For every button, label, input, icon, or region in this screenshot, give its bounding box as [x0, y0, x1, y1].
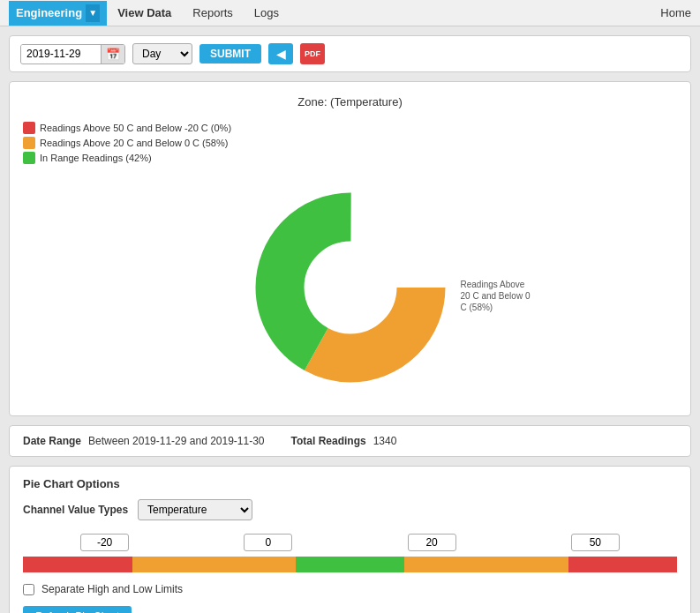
color-bar [23, 557, 677, 572]
legend-label-orange: Readings Above 20 C and Below 0 C (58%) [40, 138, 228, 148]
legend-item-red: Readings Above 50 C and Below -20 C (0%) [23, 122, 677, 134]
bar-orange-left [132, 557, 296, 572]
range-inputs [23, 534, 677, 551]
nav-home[interactable]: Home [660, 6, 691, 19]
nav-reports[interactable]: Reports [182, 3, 244, 23]
stats-panel: Date Range Between 2019-11-29 and 2019-1… [9, 425, 691, 457]
range-section [23, 534, 677, 572]
range-input-50[interactable] [571, 534, 620, 551]
separate-limits-checkbox[interactable] [23, 584, 34, 595]
donut-svg [245, 182, 456, 393]
bar-green-center [296, 557, 405, 572]
stat-date-range: Date Range Between 2019-11-29 and 2019-1… [23, 435, 265, 447]
legend-color-orange [23, 137, 35, 149]
channel-row: Channel Value Types Temperature Humidity… [23, 499, 677, 520]
channel-select[interactable]: Temperature Humidity Pressure [138, 499, 252, 520]
filter-bar: 📅 Day Week Month SUBMIT ◀ PDF [9, 35, 691, 72]
range-input-0[interactable] [244, 534, 292, 551]
refresh-pie-chart-button[interactable]: Refresh Pie Chart [23, 606, 132, 613]
chart-container: Readings Above 20 C and Below 0 C (58%) [23, 173, 677, 402]
total-readings-value: 1340 [373, 435, 397, 447]
chart-panel: Zone: (Temperature) Readings Above 50 C … [9, 81, 691, 416]
legend-item-green: In Range Readings (42%) [23, 152, 677, 164]
engineering-label: Engineering [16, 6, 82, 19]
nav-view-data[interactable]: View Data [107, 3, 182, 23]
date-input[interactable] [21, 45, 101, 63]
period-select[interactable]: Day Week Month [132, 43, 192, 64]
legend-label-green: In Range Readings (42%) [40, 153, 152, 163]
separate-limits-label: Separate High and Low Limits [41, 583, 183, 595]
date-range-value: Between 2019-11-29 and 2019-11-30 [88, 435, 265, 447]
main-content: 📅 Day Week Month SUBMIT ◀ PDF Zone: (Tem… [0, 26, 700, 613]
options-title: Pie Chart Options [23, 477, 677, 490]
channel-label: Channel Value Types [23, 504, 129, 516]
nav-logs[interactable]: Logs [244, 3, 290, 23]
options-panel: Pie Chart Options Channel Value Types Te… [9, 466, 691, 613]
bar-red-left [23, 557, 132, 572]
pdf-button[interactable]: PDF [300, 43, 325, 64]
nav-engineering[interactable]: Engineering ▼ [9, 1, 107, 26]
legend-label-red: Readings Above 50 C and Below -20 C (0%) [40, 123, 231, 133]
donut-hole [313, 250, 388, 325]
donut-chart: Readings Above 20 C and Below 0 C (58%) [245, 182, 456, 393]
legend-color-red [23, 122, 35, 134]
range-input-minus20[interactable] [80, 534, 129, 551]
total-readings-label: Total Readings [291, 435, 366, 447]
stat-total-readings: Total Readings 1340 [291, 435, 397, 447]
submit-button[interactable]: SUBMIT [199, 44, 261, 64]
range-input-20[interactable] [408, 534, 456, 551]
legend-item-orange: Readings Above 20 C and Below 0 C (58%) [23, 137, 677, 149]
chart-title: Zone: (Temperature) [23, 95, 677, 108]
donut-label: Readings Above 20 C and Below 0 C (58%) [461, 279, 536, 313]
bar-red-right [568, 557, 678, 572]
legend-color-green [23, 152, 35, 164]
chart-legend: Readings Above 50 C and Below -20 C (0%)… [23, 122, 677, 164]
date-range-label: Date Range [23, 435, 81, 447]
prev-arrow[interactable]: ◀ [268, 43, 293, 64]
date-input-wrap: 📅 [20, 44, 125, 64]
engineering-dropdown-arrow[interactable]: ▼ [86, 4, 100, 22]
bar-orange-right [404, 557, 568, 572]
separate-limits-row: Separate High and Low Limits [23, 583, 677, 595]
calendar-icon[interactable]: 📅 [101, 45, 124, 64]
top-nav: Engineering ▼ View Data Reports Logs Hom… [0, 0, 700, 26]
